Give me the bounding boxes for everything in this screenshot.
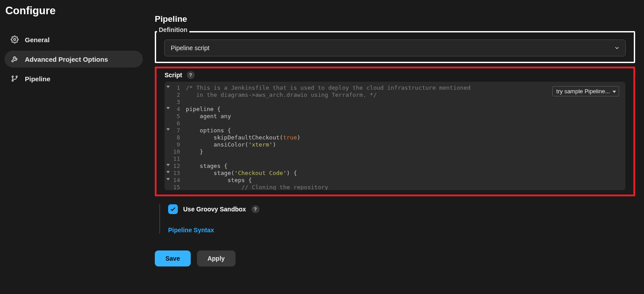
- section-heading: Pipeline: [155, 14, 635, 24]
- definition-select[interactable]: Pipeline script: [164, 40, 626, 56]
- svg-point-2: [12, 80, 13, 81]
- sidebar-item-pipeline[interactable]: Pipeline: [4, 70, 143, 87]
- apply-button[interactable]: Apply: [197, 250, 236, 266]
- svg-point-0: [14, 39, 16, 41]
- sidebar-item-advanced[interactable]: Advanced Project Options: [4, 51, 143, 68]
- definition-highlight-box: Definition Pipeline script: [155, 31, 635, 63]
- wrench-icon: [11, 55, 19, 63]
- script-highlight-box: Script ? 123456789101112131415 /* This i…: [155, 67, 635, 196]
- sidebar-item-label: Advanced Project Options: [25, 56, 108, 63]
- script-sub-options: Use Groovy Sandbox ? Pipeline Syntax: [159, 204, 635, 234]
- page-title: Configure: [5, 4, 149, 17]
- pipeline-syntax-link[interactable]: Pipeline Syntax: [168, 226, 635, 234]
- sidebar-item-general[interactable]: General: [4, 31, 143, 48]
- chevron-down-icon: [614, 45, 620, 51]
- script-help-icon[interactable]: ?: [187, 71, 195, 79]
- svg-point-1: [12, 76, 13, 77]
- sidebar: Configure General Advanced Project Optio…: [0, 0, 149, 294]
- sample-pipeline-dropdown[interactable]: try sample Pipeline...: [552, 86, 619, 96]
- branch-icon: [11, 75, 19, 83]
- sidebar-item-label: General: [25, 36, 50, 44]
- main-content: Pipeline Definition Pipeline script Scri…: [149, 0, 644, 294]
- check-icon: [170, 206, 176, 212]
- editor-gutter: 123456789101112131415: [165, 82, 184, 190]
- sidebar-item-label: Pipeline: [25, 75, 51, 83]
- action-buttons: Save Apply: [155, 250, 635, 266]
- editor-code[interactable]: /* This is a Jenkinsfile that is used to…: [184, 82, 625, 190]
- definition-select-value: Pipeline script: [171, 44, 209, 52]
- script-label: Script: [165, 72, 182, 79]
- svg-point-3: [16, 76, 17, 77]
- sandbox-help-icon[interactable]: ?: [251, 205, 259, 213]
- save-button[interactable]: Save: [155, 250, 191, 266]
- groovy-sandbox-checkbox[interactable]: [168, 204, 178, 214]
- gear-icon: [11, 36, 19, 44]
- groovy-sandbox-label: Use Groovy Sandbox: [183, 206, 246, 213]
- script-editor[interactable]: 123456789101112131415 /* This is a Jenki…: [165, 82, 625, 190]
- definition-label: Definition: [157, 26, 189, 33]
